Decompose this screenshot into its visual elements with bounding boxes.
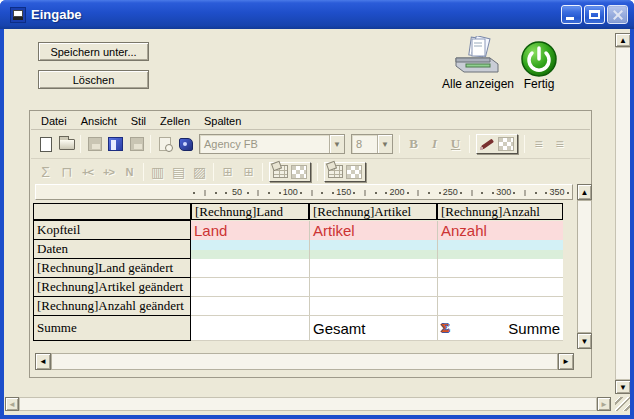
save-as-button[interactable]: Speichern unter... xyxy=(38,42,149,61)
cell-kopfteil-2[interactable]: Anzahl xyxy=(437,221,563,240)
title-bar[interactable]: Eingabe xyxy=(0,0,634,29)
open-button[interactable] xyxy=(56,134,77,155)
close-button[interactable] xyxy=(607,5,628,24)
pen-color-button[interactable] xyxy=(476,134,518,154)
ruler-tick xyxy=(300,192,302,194)
pen-rows-button[interactable] xyxy=(324,162,366,182)
window-scroll-down-button[interactable]: ▼ xyxy=(615,380,630,394)
maximize-button[interactable] xyxy=(584,5,605,24)
new-document-button[interactable] xyxy=(35,134,56,155)
minimize-button[interactable] xyxy=(561,5,582,24)
ruler-tick xyxy=(460,192,462,194)
row-header-0[interactable]: Kopfteil xyxy=(33,220,191,240)
cell-daten-1[interactable] xyxy=(309,240,437,259)
window-scroll-up-button[interactable]: ▲ xyxy=(615,33,630,47)
corner-header-cell[interactable] xyxy=(33,203,191,220)
window-scroll-left-button[interactable]: ◄ xyxy=(5,397,19,411)
editor-scroll-right-button[interactable]: ► xyxy=(558,353,574,370)
band-row-plain xyxy=(191,278,563,297)
done-button[interactable] xyxy=(520,40,558,78)
table-rows-button[interactable]: ▤ xyxy=(168,161,189,182)
row-header-4[interactable]: [Rechnung]Anzahl geändert xyxy=(33,296,191,316)
bold-button[interactable]: B xyxy=(403,134,424,155)
resize-grip[interactable] xyxy=(615,397,630,411)
format-painter-button[interactable] xyxy=(175,134,196,155)
show-all-button[interactable] xyxy=(450,36,505,76)
align-left-button[interactable]: ≡ xyxy=(528,134,549,155)
insert-before-button[interactable]: +< xyxy=(77,161,98,182)
save-style-button[interactable] xyxy=(105,134,126,155)
table-columns-button[interactable]: ▥ xyxy=(147,161,168,182)
column-header-1[interactable]: [Rechnung]Artikel xyxy=(309,203,437,220)
cell-plain-2[interactable] xyxy=(437,259,563,277)
down-arrow-icon: ▼ xyxy=(619,383,627,392)
ruler-tick xyxy=(418,190,419,196)
table-pattern-button[interactable]: ▨ xyxy=(189,161,210,182)
column-header-2[interactable]: [Rechnung]Anzahl xyxy=(437,203,563,220)
insert-column-right-button[interactable]: ⊞ xyxy=(238,161,259,182)
open-folder-icon xyxy=(59,139,75,150)
cell-plain-2[interactable] xyxy=(437,278,563,296)
cell-daten-0[interactable] xyxy=(191,240,309,259)
window-scroll-right-button[interactable]: ► xyxy=(597,397,611,411)
row-header-5[interactable]: Summe xyxy=(33,315,191,341)
ruler-tick xyxy=(513,192,515,194)
row-header-3[interactable]: [Rechnung]Artikel geändert xyxy=(33,277,191,297)
underline-button[interactable]: U xyxy=(445,134,466,155)
menu-stil[interactable]: Stil xyxy=(124,113,153,129)
cell-plain-1[interactable] xyxy=(309,259,437,277)
editor-scroll-left-button[interactable]: ◄ xyxy=(35,353,51,370)
cell-kopfteil-1[interactable]: Artikel xyxy=(309,221,437,240)
window-vertical-scrollbar[interactable] xyxy=(615,47,630,380)
chevron-down-icon[interactable]: ▼ xyxy=(377,135,392,153)
pen-grid-button[interactable] xyxy=(269,162,311,182)
save-style-icon xyxy=(108,137,123,151)
separator xyxy=(213,163,214,181)
save-button[interactable] xyxy=(84,134,105,155)
export-button[interactable] xyxy=(126,134,147,155)
cell-plain-1[interactable] xyxy=(309,278,437,296)
cell-summe-1[interactable]: Gesamt xyxy=(309,316,437,340)
cell-summe-0[interactable] xyxy=(191,316,309,340)
group-button[interactable]: ⊓ xyxy=(56,161,77,182)
cell-plain-0[interactable] xyxy=(191,259,309,277)
font-size-combo[interactable]: 8 ▼ xyxy=(351,134,393,154)
editor-scroll-up-button[interactable]: ▲ xyxy=(577,184,592,200)
insert-after-button[interactable]: +> xyxy=(98,161,119,182)
font-family-value: Agency FB xyxy=(200,138,329,150)
italic-button[interactable]: I xyxy=(424,134,445,155)
cell-daten-2[interactable] xyxy=(437,240,563,259)
ruler-tick xyxy=(439,192,441,194)
sum-button[interactable]: Σ xyxy=(35,161,56,182)
chevron-down-icon[interactable]: ▼ xyxy=(329,135,344,153)
delete-button[interactable]: Löschen xyxy=(38,70,149,89)
ruler-tick xyxy=(545,192,547,194)
align-justify-button[interactable]: ≡ xyxy=(549,134,570,155)
menu-spalten[interactable]: Spalten xyxy=(197,113,248,129)
cell-plain-0[interactable] xyxy=(191,278,309,296)
editor-vertical-scrollbar[interactable] xyxy=(577,200,592,333)
insert-column-left-button[interactable]: ⊞ xyxy=(217,161,238,182)
print-preview-button[interactable] xyxy=(154,134,175,155)
editor-horizontal-scrollbar[interactable] xyxy=(51,353,558,370)
menu-zellen[interactable]: Zellen xyxy=(153,113,197,129)
align-left-icon: ≡ xyxy=(534,137,542,151)
italic-icon: I xyxy=(432,136,437,152)
row-header-2[interactable]: [Rechnung]Land geändert xyxy=(33,258,191,278)
save-icon xyxy=(88,137,102,151)
cell-kopfteil-0[interactable]: Land xyxy=(191,221,309,240)
cell-plain-0[interactable] xyxy=(191,297,309,315)
menu-ansicht[interactable]: Ansicht xyxy=(74,113,124,129)
window-horizontal-scrollbar[interactable] xyxy=(19,397,597,411)
separator xyxy=(143,163,144,181)
font-family-combo[interactable]: Agency FB ▼ xyxy=(199,134,345,154)
row-header-1[interactable]: Daten xyxy=(33,239,191,259)
cell-summe-2[interactable]: ΣSumme xyxy=(437,316,563,340)
ruler-tick xyxy=(353,192,355,194)
records-button[interactable]: N xyxy=(119,161,140,182)
column-header-0[interactable]: [Rechnung]Land xyxy=(191,203,309,220)
editor-scroll-down-button[interactable]: ▼ xyxy=(577,333,592,349)
cell-plain-2[interactable] xyxy=(437,297,563,315)
menu-datei[interactable]: Datei xyxy=(34,113,74,129)
cell-plain-1[interactable] xyxy=(309,297,437,315)
